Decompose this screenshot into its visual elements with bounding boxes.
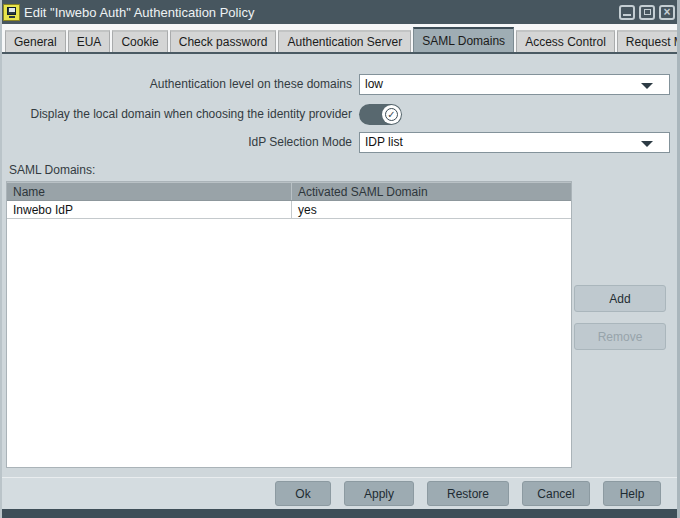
saml-domains-table-caption: SAML Domains: <box>9 163 95 177</box>
table-row[interactable]: Inwebo IdP yes <box>7 201 571 219</box>
idp-selection-mode-label: IdP Selection Mode <box>6 132 352 153</box>
remove-button: Remove <box>574 323 666 350</box>
window-controls: × <box>619 5 675 20</box>
tab-bar: General EUA Cookie Check password Authen… <box>2 24 677 54</box>
app-icon <box>3 4 20 21</box>
ok-button[interactable]: Ok <box>275 481 331 506</box>
minimize-icon <box>623 14 631 16</box>
tab-authentication-server[interactable]: Authentication Server <box>278 30 411 52</box>
footer-button-bar: Ok Apply Restore Cancel Help <box>2 477 677 509</box>
tab-request-manager[interactable]: Request Manager <box>617 30 680 52</box>
table-header-row: Name Activated SAML Domain <box>7 182 571 201</box>
restore-button[interactable]: Restore <box>427 481 509 506</box>
saml-domains-table: Name Activated SAML Domain Inwebo IdP ye… <box>6 181 572 468</box>
apply-button[interactable]: Apply <box>344 481 414 506</box>
tab-general[interactable]: General <box>5 30 66 52</box>
cell-activated: yes <box>292 201 571 218</box>
idp-selection-mode-value: IDP list <box>365 135 403 149</box>
auth-level-dropdown[interactable]: low <box>359 74 670 95</box>
maximize-button[interactable] <box>639 5 655 20</box>
add-button[interactable]: Add <box>574 285 666 312</box>
column-header-name[interactable]: Name <box>7 182 292 200</box>
title-bar: Edit "Inwebo Auth" Authentication Policy… <box>0 0 680 24</box>
help-button[interactable]: Help <box>603 481 661 506</box>
cancel-button[interactable]: Cancel <box>522 481 590 506</box>
close-button[interactable]: × <box>659 5 675 20</box>
display-local-domain-toggle[interactable]: ✓ <box>359 104 402 125</box>
window-bottom-border <box>0 509 680 518</box>
cell-name: Inwebo IdP <box>7 201 292 218</box>
tab-cookie[interactable]: Cookie <box>112 30 167 52</box>
display-local-domain-label: Display the local domain when choosing t… <box>6 104 352 125</box>
check-icon: ✓ <box>385 108 398 121</box>
saml-domains-panel: Authentication level on these domains lo… <box>2 56 677 478</box>
tab-eua[interactable]: EUA <box>68 30 111 52</box>
tab-saml-domains[interactable]: SAML Domains <box>413 27 514 52</box>
chevron-down-icon <box>641 141 653 147</box>
auth-level-label: Authentication level on these domains <box>6 74 352 95</box>
dialog-window: Edit "Inwebo Auth" Authentication Policy… <box>0 0 680 518</box>
minimize-button[interactable] <box>619 5 635 20</box>
column-header-activated[interactable]: Activated SAML Domain <box>292 182 571 200</box>
auth-level-value: low <box>365 77 383 91</box>
close-icon: × <box>663 6 670 18</box>
chevron-down-icon <box>641 83 653 89</box>
tab-check-password[interactable]: Check password <box>170 30 277 52</box>
maximize-icon <box>644 9 651 15</box>
window-title: Edit "Inwebo Auth" Authentication Policy <box>24 5 619 20</box>
idp-selection-mode-dropdown[interactable]: IDP list <box>359 132 670 153</box>
tab-access-control[interactable]: Access Control <box>516 30 615 52</box>
